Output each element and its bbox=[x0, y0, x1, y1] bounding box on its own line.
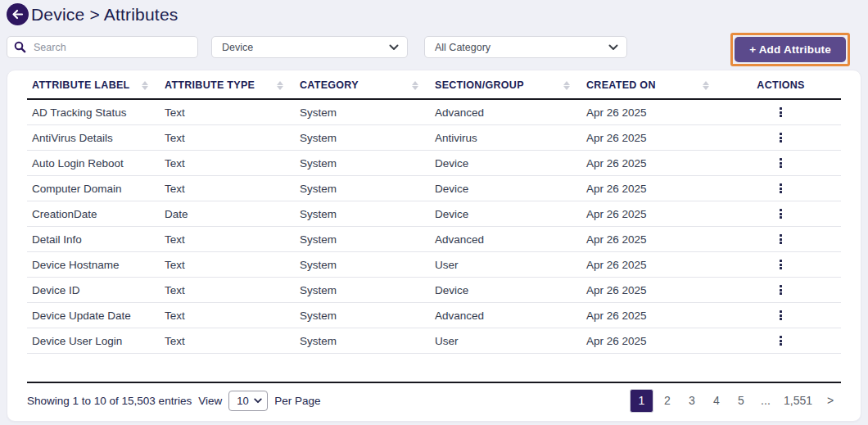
cell-created-on: Apr 26 2025 bbox=[581, 106, 721, 119]
page-ellipsis[interactable]: ... bbox=[755, 389, 776, 412]
table-row: Device User Login Text System User Apr 2… bbox=[27, 328, 841, 354]
column-header-created-on[interactable]: CREATED ON bbox=[581, 79, 721, 91]
table-body: AD Tracking Status Text System Advanced … bbox=[27, 100, 841, 354]
row-actions-kebab-button[interactable] bbox=[773, 257, 789, 272]
row-actions-kebab-button[interactable] bbox=[773, 156, 789, 170]
column-header-attribute-type[interactable]: ATTRIBUTE TYPE bbox=[160, 79, 295, 91]
table-row: AD Tracking Status Text System Advanced … bbox=[27, 100, 841, 125]
filter-bar: Device All Category + Add Attribute bbox=[7, 36, 861, 66]
per-page-select[interactable]: 10 bbox=[228, 391, 268, 411]
cell-attribute-type: Text bbox=[160, 310, 295, 322]
page-button-last[interactable]: 1,551 bbox=[780, 389, 816, 412]
add-attribute-button[interactable]: + Add Attribute bbox=[735, 37, 846, 62]
cell-attribute-type: Text bbox=[160, 284, 295, 296]
column-header-text: SECTION/GROUP bbox=[435, 79, 524, 91]
cell-attribute-label: Device User Login bbox=[27, 335, 160, 347]
cell-attribute-label: Auto Login Reboot bbox=[27, 157, 160, 170]
chevron-down-icon bbox=[389, 44, 399, 51]
chevron-down-icon bbox=[254, 398, 262, 404]
column-header-text: CATEGORY bbox=[300, 79, 359, 91]
cell-category: System bbox=[295, 259, 430, 271]
topbar: Device > Attributes bbox=[7, 3, 178, 25]
cell-attribute-label: Device Hostname bbox=[27, 259, 160, 271]
pagination-summary: Showing 1 to 10 of 15,503 entries View 1… bbox=[27, 391, 320, 411]
cell-attribute-label: AD Tracking Status bbox=[27, 106, 160, 119]
cell-attribute-type: Text bbox=[160, 183, 295, 195]
cell-section-group: Advanced bbox=[430, 106, 581, 119]
cell-created-on: Apr 26 2025 bbox=[581, 157, 721, 170]
column-header-category[interactable]: CATEGORY bbox=[295, 79, 430, 91]
page-button-5[interactable]: 5 bbox=[730, 389, 752, 412]
row-actions-kebab-button[interactable] bbox=[773, 206, 789, 221]
cell-created-on: Apr 26 2025 bbox=[581, 183, 721, 195]
cell-created-on: Apr 26 2025 bbox=[581, 284, 721, 296]
column-header-actions: ACTIONS bbox=[721, 79, 841, 91]
cell-section-group: Antivirus bbox=[430, 132, 581, 144]
search-input[interactable] bbox=[7, 36, 198, 58]
search-icon bbox=[14, 41, 26, 53]
table-row: Detail Info Text System Advanced Apr 26 … bbox=[27, 227, 841, 252]
module-filter-value: Device bbox=[222, 42, 253, 53]
cell-attribute-type: Text bbox=[160, 106, 295, 119]
cell-category: System bbox=[295, 183, 430, 195]
next-page-button[interactable]: > bbox=[820, 389, 841, 412]
cell-attribute-label: Device Update Date bbox=[27, 310, 160, 322]
sort-icon bbox=[703, 81, 709, 90]
page-button-1[interactable]: 1 bbox=[630, 389, 653, 413]
cell-attribute-type: Text bbox=[160, 259, 295, 271]
cell-category: System bbox=[295, 208, 430, 220]
category-filter-select[interactable]: All Category bbox=[424, 36, 627, 58]
row-actions-kebab-button[interactable] bbox=[773, 232, 789, 246]
row-actions-kebab-button[interactable] bbox=[773, 333, 789, 348]
cell-section-group: User bbox=[430, 259, 581, 271]
column-header-attribute-label[interactable]: ATTRIBUTE LABEL bbox=[27, 79, 160, 91]
sort-icon bbox=[142, 81, 148, 90]
cell-category: System bbox=[295, 106, 430, 119]
cell-created-on: Apr 26 2025 bbox=[581, 310, 721, 322]
row-actions-kebab-button[interactable] bbox=[773, 181, 789, 196]
sort-icon bbox=[277, 81, 283, 90]
table-row: Device Hostname Text System User Apr 26 … bbox=[27, 252, 841, 278]
arrow-left-icon bbox=[11, 8, 24, 20]
cell-section-group: Advanced bbox=[430, 233, 581, 246]
row-actions-kebab-button[interactable] bbox=[773, 283, 789, 297]
cell-category: System bbox=[295, 157, 430, 170]
per-page-value: 10 bbox=[237, 395, 248, 407]
page-button-3[interactable]: 3 bbox=[681, 389, 703, 412]
row-actions-kebab-button[interactable] bbox=[773, 308, 789, 323]
page-button-2[interactable]: 2 bbox=[657, 389, 678, 412]
cell-section-group: Device bbox=[430, 208, 581, 220]
back-button[interactable] bbox=[7, 3, 29, 25]
column-header-text: ACTIONS bbox=[757, 79, 804, 91]
cell-created-on: Apr 26 2025 bbox=[581, 208, 721, 220]
cell-category: System bbox=[295, 284, 430, 296]
view-label: View bbox=[198, 395, 222, 407]
page-button-4[interactable]: 4 bbox=[706, 389, 727, 412]
cell-category: System bbox=[295, 233, 430, 246]
row-actions-kebab-button[interactable] bbox=[773, 105, 789, 120]
cell-created-on: Apr 26 2025 bbox=[581, 132, 721, 144]
cell-section-group: Device bbox=[430, 284, 581, 296]
cell-attribute-type: Text bbox=[160, 132, 295, 144]
page-title: Device > Attributes bbox=[31, 5, 178, 25]
row-actions-kebab-button[interactable] bbox=[773, 130, 789, 145]
module-filter-select[interactable]: Device bbox=[211, 36, 408, 58]
sort-icon bbox=[563, 81, 570, 90]
column-header-section-group[interactable]: SECTION/GROUP bbox=[430, 79, 581, 91]
cell-section-group: Device bbox=[430, 183, 581, 195]
cell-created-on: Apr 26 2025 bbox=[581, 233, 721, 246]
table-footer: Showing 1 to 10 of 15,503 entries View 1… bbox=[27, 382, 841, 421]
sort-icon bbox=[412, 81, 418, 90]
cell-attribute-type: Text bbox=[160, 233, 295, 246]
cell-category: System bbox=[295, 335, 430, 347]
cell-attribute-type: Text bbox=[160, 157, 295, 170]
cell-attribute-label: CreationDate bbox=[27, 208, 160, 220]
cell-attribute-label: Device ID bbox=[27, 284, 160, 296]
table-header-row: ATTRIBUTE LABEL ATTRIBUTE TYPE CATEGORY … bbox=[27, 72, 841, 100]
cell-attribute-label: AntiVirus Details bbox=[27, 132, 160, 144]
column-header-text: ATTRIBUTE TYPE bbox=[165, 79, 255, 91]
search-box bbox=[7, 36, 198, 58]
category-filter-value: All Category bbox=[435, 42, 491, 53]
add-attribute-highlight-box: + Add Attribute bbox=[730, 33, 850, 66]
table-row: CreationDate Date System Device Apr 26 2… bbox=[27, 201, 841, 227]
